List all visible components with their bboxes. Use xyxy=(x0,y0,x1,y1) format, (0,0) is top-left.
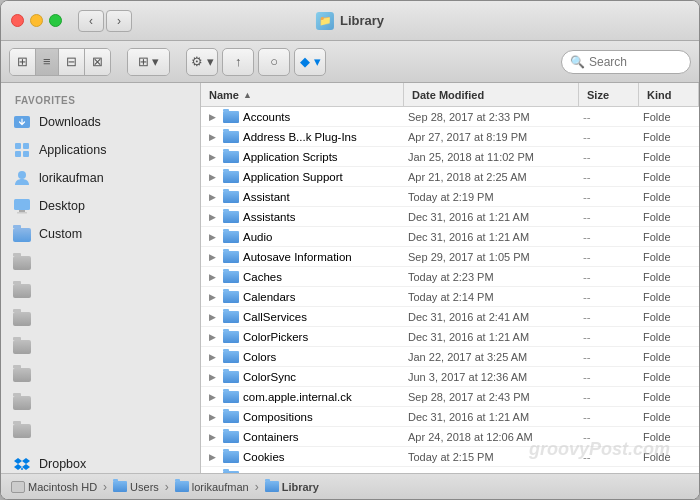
table-row[interactable]: ▶ Accounts Sep 28, 2017 at 2:33 PM -- Fo… xyxy=(201,107,699,127)
file-size-cell: -- xyxy=(579,267,639,286)
sidebar-item-custom[interactable]: Custom xyxy=(1,220,200,248)
disclosure-triangle[interactable]: ▶ xyxy=(205,130,219,144)
action-btn[interactable]: ⚙ ▾ xyxy=(186,48,218,76)
sidebar-item-lorikaufman[interactable]: lorikaufman xyxy=(1,164,200,192)
file-date-cell: Today at 2:19 PM xyxy=(404,187,579,206)
sidebar-item-applications[interactable]: Applications xyxy=(1,136,200,164)
minimize-button[interactable] xyxy=(30,14,43,27)
file-name-cell: ▶ Cookies xyxy=(201,447,404,466)
table-row[interactable]: ▶ Address B...k Plug-Ins Apr 27, 2017 at… xyxy=(201,127,699,147)
table-row[interactable]: ▶ Application Support Apr 21, 2018 at 2:… xyxy=(201,167,699,187)
table-row[interactable]: ▶ ColorSync Jun 3, 2017 at 12:36 AM -- F… xyxy=(201,367,699,387)
table-row[interactable]: ▶ Autosave Information Sep 29, 2017 at 1… xyxy=(201,247,699,267)
col-size[interactable]: Size xyxy=(579,83,639,106)
dropbox-btn[interactable]: ◆ ▾ xyxy=(294,48,326,76)
col-name[interactable]: Name ▲ xyxy=(201,83,404,106)
table-row[interactable]: ▶ ColorPickers Dec 31, 2016 at 1:21 AM -… xyxy=(201,327,699,347)
disclosure-triangle[interactable]: ▶ xyxy=(205,210,219,224)
search-box[interactable]: 🔍 xyxy=(561,50,691,74)
sort-arrow: ▲ xyxy=(243,90,252,100)
file-name: com.apple.internal.ck xyxy=(243,391,352,403)
file-kind-cell: Folde xyxy=(639,427,699,446)
file-name-cell: ▶ Caches xyxy=(201,267,404,286)
table-row[interactable]: ▶ Compositions Dec 31, 2016 at 1:21 AM -… xyxy=(201,407,699,427)
disclosure-triangle[interactable]: ▶ xyxy=(205,110,219,124)
sidebar-item-custom-2[interactable] xyxy=(1,276,200,304)
disclosure-triangle[interactable]: ▶ xyxy=(205,350,219,364)
disclosure-triangle[interactable]: ▶ xyxy=(205,410,219,424)
sidebar-item-custom-7[interactable] xyxy=(1,416,200,444)
table-row[interactable]: ▶ CallServices Dec 31, 2016 at 2:41 AM -… xyxy=(201,307,699,327)
back-button[interactable]: ‹ xyxy=(78,10,104,32)
disclosure-triangle[interactable]: ▶ xyxy=(205,330,219,344)
applications-icon xyxy=(13,141,31,159)
table-row[interactable]: ▶ com.apple.internal.ck Sep 28, 2017 at … xyxy=(201,387,699,407)
maximize-button[interactable] xyxy=(49,14,62,27)
sidebar-item-custom-3[interactable] xyxy=(1,304,200,332)
svg-point-6 xyxy=(18,171,26,179)
file-name-cell: ▶ Assistant xyxy=(201,187,404,206)
disclosure-triangle[interactable]: ▶ xyxy=(205,370,219,384)
col-kind[interactable]: Kind xyxy=(639,83,699,106)
window-folder-icon: 📁 xyxy=(316,12,334,30)
folder-icon xyxy=(223,291,239,303)
tags-btn[interactable]: ○ xyxy=(258,48,290,76)
view-icons-btn[interactable]: ⊞ xyxy=(10,49,36,75)
disclosure-triangle[interactable]: ▶ xyxy=(205,230,219,244)
table-row[interactable]: ▶ Application Scripts Jan 25, 2018 at 11… xyxy=(201,147,699,167)
table-row[interactable]: ▶ Assistants Dec 31, 2016 at 1:21 AM -- … xyxy=(201,207,699,227)
view-columns-btn[interactable]: ⊟ xyxy=(59,49,85,75)
table-row[interactable]: ▶ Calendars Today at 2:14 PM -- Folde xyxy=(201,287,699,307)
file-size-cell: -- xyxy=(579,227,639,246)
breadcrumb-library[interactable]: Library xyxy=(265,481,319,493)
window-title: Library xyxy=(340,13,384,28)
bc-label-library: Library xyxy=(282,481,319,493)
view-cover-btn[interactable]: ⊠ xyxy=(85,49,110,75)
arrange-btn[interactable]: ⊞ ▾ xyxy=(128,49,170,75)
table-row[interactable]: ▶ Audio Dec 31, 2016 at 1:21 AM -- Folde xyxy=(201,227,699,247)
breadcrumb-users[interactable]: Users xyxy=(113,481,159,493)
svg-rect-9 xyxy=(17,212,27,214)
disclosure-triangle[interactable]: ▶ xyxy=(205,310,219,324)
sidebar-item-custom-4[interactable] xyxy=(1,332,200,360)
file-date-cell: Sep 28, 2017 at 2:43 PM xyxy=(404,387,579,406)
disclosure-triangle[interactable]: ▶ xyxy=(205,450,219,464)
sidebar-item-desktop[interactable]: Desktop xyxy=(1,192,200,220)
file-size-cell: -- xyxy=(579,307,639,326)
disclosure-triangle[interactable]: ▶ xyxy=(205,390,219,404)
view-list-btn[interactable]: ≡ xyxy=(36,49,59,75)
folder-icon xyxy=(223,131,239,143)
sidebar-item-custom-1[interactable] xyxy=(1,248,200,276)
disclosure-triangle[interactable]: ▶ xyxy=(205,190,219,204)
table-row[interactable]: ▶ Caches Today at 2:23 PM -- Folde xyxy=(201,267,699,287)
search-input[interactable] xyxy=(589,55,682,69)
disclosure-triangle[interactable]: ▶ xyxy=(205,290,219,304)
forward-button[interactable]: › xyxy=(106,10,132,32)
file-name: CallServices xyxy=(243,311,307,323)
sidebar-item-dropbox[interactable]: Dropbox xyxy=(1,450,200,473)
breadcrumb-macintosh-hd[interactable]: Macintosh HD xyxy=(11,481,97,493)
table-row[interactable]: ▶ Colors Jan 22, 2017 at 3:25 AM -- Fold… xyxy=(201,347,699,367)
folder-gray-icon xyxy=(13,421,31,439)
share-btn[interactable]: ↑ xyxy=(222,48,254,76)
disclosure-triangle[interactable]: ▶ xyxy=(205,170,219,184)
sidebar: Favorites Downloads xyxy=(1,83,201,473)
desktop-icon xyxy=(13,197,31,215)
disclosure-triangle[interactable]: ▶ xyxy=(205,150,219,164)
disclosure-triangle[interactable]: ▶ xyxy=(205,430,219,444)
close-button[interactable] xyxy=(11,14,24,27)
file-size-cell: -- xyxy=(579,147,639,166)
disclosure-triangle[interactable]: ▶ xyxy=(205,250,219,264)
file-name-cell: ▶ Colors xyxy=(201,347,404,366)
col-date[interactable]: Date Modified xyxy=(404,83,579,106)
table-row[interactable]: ▶ Containers Apr 24, 2018 at 12:06 AM --… xyxy=(201,427,699,447)
file-date-cell: Jun 3, 2017 at 12:36 AM xyxy=(404,367,579,386)
table-row[interactable]: ▶ Cookies Today at 2:15 PM -- Folde xyxy=(201,447,699,467)
sidebar-item-custom-6[interactable] xyxy=(1,388,200,416)
breadcrumb-lorikaufman[interactable]: lorikaufman xyxy=(175,481,249,493)
file-kind-cell: Folde xyxy=(639,267,699,286)
sidebar-item-custom-5[interactable] xyxy=(1,360,200,388)
sidebar-item-downloads[interactable]: Downloads xyxy=(1,108,200,136)
table-row[interactable]: ▶ Assistant Today at 2:19 PM -- Folde xyxy=(201,187,699,207)
disclosure-triangle[interactable]: ▶ xyxy=(205,270,219,284)
